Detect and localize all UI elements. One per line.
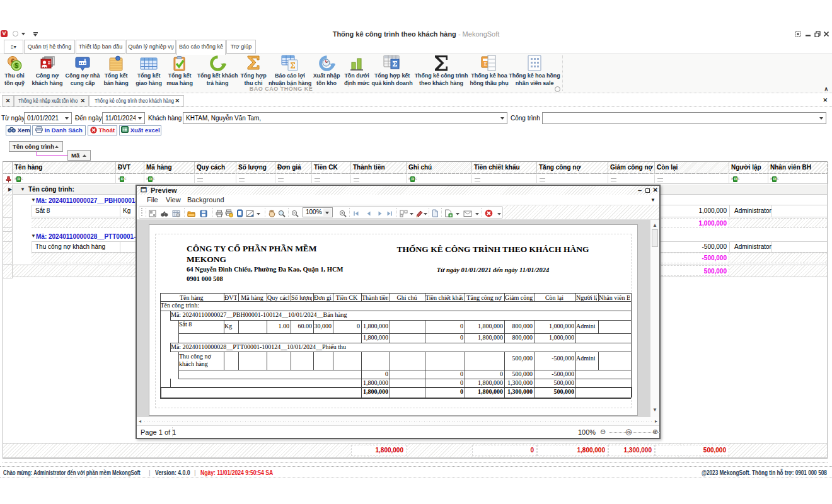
svg-text:$: $ [14, 62, 18, 69]
svg-text:Σ: Σ [484, 61, 487, 67]
